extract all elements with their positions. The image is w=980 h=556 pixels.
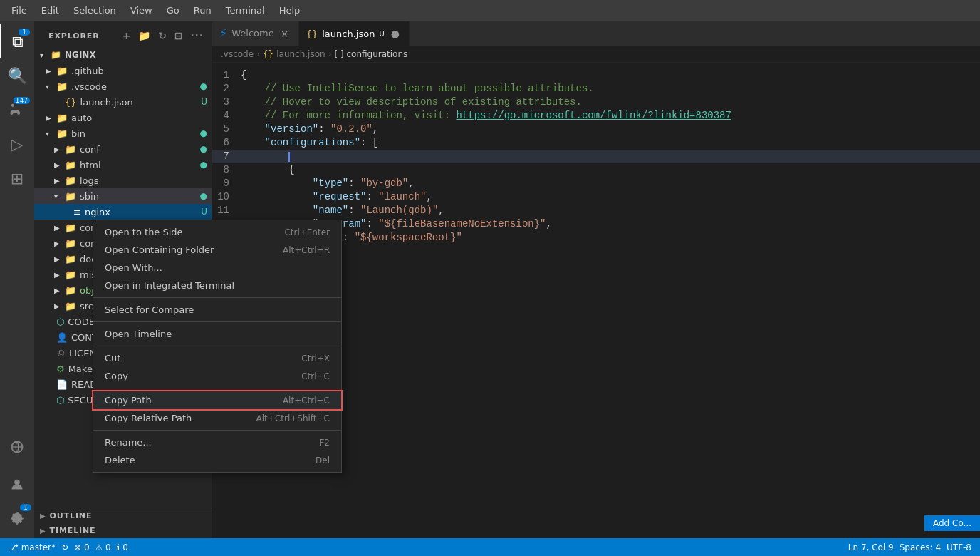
errors-indicator[interactable]: ⊗ 0 — [71, 542, 93, 552]
file-special-icon: ⬡ — [56, 316, 64, 327]
more-actions-button[interactable]: ··· — [188, 29, 206, 43]
folder-icon: 📁 — [65, 254, 76, 264]
folder-icon: 📁 — [65, 301, 76, 312]
settings-icon[interactable]: 1 — [0, 501, 34, 535]
timeline-section[interactable]: ▶ TIMELINE — [34, 523, 212, 538]
ctx-open-folder[interactable]: Open Containing Folder Alt+Ctrl+R — [93, 241, 341, 259]
file-special-icon: ⬡ — [56, 395, 64, 406]
extensions-icon[interactable]: ⊞ — [0, 161, 34, 195]
folder-icon: 📁 — [56, 128, 68, 139]
file-special-icon: 👤 — [56, 332, 68, 343]
tree-item-bin[interactable]: ▾ 📁 bin ● — [34, 125, 212, 141]
menu-view[interactable]: View — [125, 2, 158, 19]
ln-col-indicator[interactable]: Ln 7, Col 9 — [845, 542, 897, 552]
code-line-10: 10 "request": "launch", — [212, 190, 980, 204]
menu-go[interactable]: Go — [161, 2, 185, 19]
code-line-6: 6 "configurations": [ — [212, 136, 980, 150]
ctx-sep1 — [93, 297, 341, 298]
tab-welcome-label: Welcome — [231, 28, 273, 38]
tree-root-nginx[interactable]: ▾ 📁 NGINX — [34, 47, 212, 63]
tree-item-html[interactable]: ▶ 📁 html ● — [34, 157, 212, 173]
code-line-9: 9 "type": "by-gdb", — [212, 177, 980, 190]
tree-item-auto[interactable]: ▶ 📁 auto — [34, 110, 212, 125]
breadcrumb-configurations[interactable]: [ ] configurations — [334, 49, 407, 59]
ctx-sep4 — [93, 388, 341, 388]
file-special-icon: © — [56, 348, 66, 359]
code-line-1: 1 { — [212, 68, 980, 82]
outline-section[interactable]: ▶ OUTLINE — [34, 508, 212, 523]
folder-icon: 📁 — [51, 50, 61, 60]
ctx-sep2 — [93, 321, 341, 322]
menu-selection[interactable]: Selection — [68, 2, 122, 19]
tree-item-github[interactable]: ▶ 📁 .github — [34, 63, 212, 78]
collapse-button[interactable]: ⊟ — [172, 29, 186, 43]
tab-launch-close[interactable]: ● — [389, 27, 402, 40]
code-line-11: 11 "name": "Launch(gdb)", — [212, 204, 980, 217]
ctx-delete[interactable]: Delete Del — [93, 451, 341, 469]
vs-logo-icon: ⚡ — [219, 26, 227, 40]
new-file-button[interactable]: + — [120, 29, 134, 43]
tab-welcome[interactable]: ⚡ Welcome × — [212, 21, 299, 46]
breadcrumb-sep2: › — [328, 49, 332, 59]
ctx-copy-rel-path[interactable]: Copy Relative Path Alt+Ctrl+Shift+C — [93, 409, 341, 427]
explorer-title: EXPLORER — [48, 31, 100, 41]
ctx-cut[interactable]: Cut Ctrl+X — [93, 349, 341, 367]
tab-welcome-close[interactable]: × — [278, 27, 291, 40]
ctx-sep5 — [93, 430, 341, 431]
tab-launch[interactable]: {} launch.json U ● — [299, 21, 410, 46]
warnings-indicator[interactable]: ⚠ 0 — [93, 542, 114, 552]
add-co-button[interactable]: Add Co... — [924, 515, 980, 531]
breadcrumb-vscode[interactable]: .vscode — [221, 49, 254, 59]
tree-item-vscode[interactable]: ▾ 📁 .vscode ● — [34, 78, 212, 94]
ctx-copy-path[interactable]: Copy Path Alt+Ctrl+C — [93, 391, 341, 409]
ctx-select-compare[interactable]: Select for Compare — [93, 301, 341, 319]
search-icon[interactable]: 🔍 — [0, 58, 34, 93]
tab-launch-label: launch.json — [322, 29, 375, 39]
context-menu: Open to the Side Ctrl+Enter Open Contain… — [93, 220, 342, 473]
breadcrumb-json-icon: {} — [263, 49, 273, 59]
tree-item-conf[interactable]: ▶ 📁 conf ● — [34, 141, 212, 157]
breadcrumb-launch[interactable]: launch.json — [276, 49, 325, 59]
ctx-open-terminal[interactable]: Open in Integrated Terminal — [93, 277, 341, 294]
menu-help[interactable]: Help — [273, 2, 306, 19]
info-indicator[interactable]: ℹ 0 — [114, 542, 131, 552]
ctx-sep3 — [93, 346, 341, 346]
tree-item-sbin[interactable]: ▾ 📁 sbin ● — [34, 188, 212, 204]
folder-icon: 📁 — [65, 191, 76, 202]
new-folder-button[interactable]: 📁 — [136, 29, 153, 43]
tree-item-launch[interactable]: ▶ {} launch.json U — [34, 94, 212, 110]
folder-icon: 📁 — [56, 81, 68, 92]
explorer-icon[interactable]: ⧉ 1 — [0, 24, 34, 58]
tab-modified-indicator: U — [379, 30, 384, 38]
ctx-open-with[interactable]: Open With... — [93, 259, 341, 277]
spaces-indicator[interactable]: Spaces: 4 — [897, 542, 944, 552]
breadcrumb-sep1: › — [256, 49, 260, 59]
menu-run[interactable]: Run — [188, 2, 217, 19]
folder-icon: 📁 — [65, 238, 76, 249]
menu-terminal[interactable]: Terminal — [220, 2, 271, 19]
tree-item-nginx[interactable]: ▶ ≡ nginx U — [34, 204, 212, 220]
folder-icon: 📁 — [65, 175, 76, 186]
ctx-open-timeline[interactable]: Open Timeline — [93, 325, 341, 343]
account-icon[interactable] — [0, 467, 34, 501]
menu-edit[interactable]: Edit — [36, 2, 65, 19]
tree-item-logs[interactable]: ▶ 📁 logs — [34, 173, 212, 188]
folder-icon: 📁 — [65, 269, 76, 280]
encoding-indicator[interactable]: UTF-8 — [944, 542, 974, 552]
folder-icon: 📁 — [65, 144, 76, 155]
ctx-rename[interactable]: Rename... F2 — [93, 433, 341, 451]
sync-button[interactable]: ↻ — [58, 542, 71, 552]
menu-file[interactable]: File — [6, 2, 33, 19]
refresh-button[interactable]: ↻ — [156, 29, 170, 43]
ctx-copy[interactable]: Copy Ctrl+C — [93, 367, 341, 385]
ctx-open-side[interactable]: Open to the Side Ctrl+Enter — [93, 223, 341, 241]
source-control-icon[interactable]: 147 — [0, 93, 34, 127]
code-line-7: 7 — [212, 150, 980, 163]
code-line-8: 8 { — [212, 163, 980, 177]
run-debug-icon[interactable]: ▷ — [0, 127, 34, 161]
code-line-2: 2 // Use IntelliSense to learn about pos… — [212, 82, 980, 96]
remote-icon[interactable] — [0, 430, 34, 464]
json-icon: {} — [65, 97, 77, 108]
git-branch[interactable]: ⎇ master* — [6, 542, 58, 552]
code-line-3: 3 // Hover to view descriptions of exist… — [212, 96, 980, 109]
